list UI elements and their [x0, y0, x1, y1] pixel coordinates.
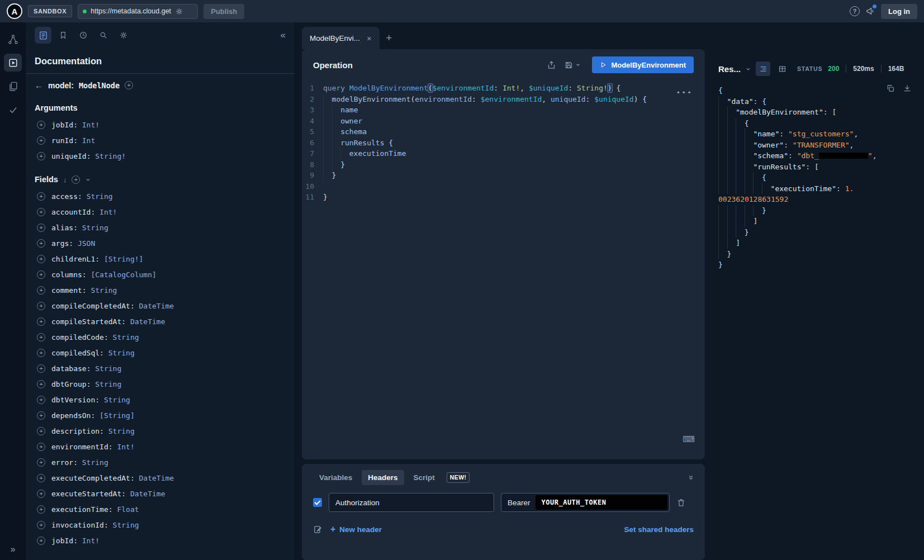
search-icon[interactable]	[95, 27, 112, 44]
doc-field-row[interactable]: +compileStartedAt: DateTime	[26, 314, 295, 329]
doc-field-row[interactable]: +jobId: Int!	[26, 533, 295, 548]
delete-header-icon[interactable]	[676, 498, 686, 507]
add-to-query-icon[interactable]: +	[37, 474, 45, 482]
add-to-query-icon[interactable]: +	[37, 317, 45, 326]
schema-graph-icon[interactable]	[4, 30, 22, 48]
editor-more-options-icon[interactable]: •••	[676, 87, 693, 98]
add-to-query-icon[interactable]: +	[37, 302, 45, 310]
doc-field-row[interactable]: +environmentId: Int!	[26, 439, 295, 454]
add-to-query-icon[interactable]: +	[37, 443, 45, 451]
add-all-fields-icon[interactable]: +	[72, 175, 80, 184]
response-dropdown-chevron-icon[interactable]	[745, 66, 751, 72]
add-to-query-icon[interactable]: +	[37, 255, 45, 263]
doc-field-row[interactable]: +compileCompletedAt: DateTime	[26, 298, 295, 314]
add-to-query-icon[interactable]: +	[37, 208, 45, 216]
table-view-icon[interactable]	[775, 61, 789, 76]
add-to-query-icon[interactable]: +	[37, 349, 45, 357]
doc-field-row[interactable]: +jobId: Int!	[26, 117, 295, 132]
run-operation-button[interactable]: ModelByEnvironment	[592, 56, 694, 73]
sort-fields-icon[interactable]: ↓	[63, 175, 67, 184]
environment-variables-icon[interactable]	[313, 525, 323, 534]
add-to-query-icon[interactable]: +	[37, 380, 45, 388]
add-to-query-icon[interactable]: +	[37, 333, 45, 341]
doc-field-row[interactable]: +invocationId: String	[26, 517, 295, 533]
apollo-logo[interactable]: A	[7, 3, 22, 19]
documentation-tab-icon[interactable]	[35, 27, 51, 44]
doc-field-row[interactable]: +database: String	[26, 360, 295, 376]
doc-field-row[interactable]: +executeStartedAt: DateTime	[26, 486, 295, 501]
login-button[interactable]: Log in	[881, 4, 917, 19]
operation-tab[interactable]: ModelByEnvi... ×	[302, 27, 380, 49]
save-operation-icon[interactable]	[564, 60, 581, 70]
fields-options-chevron-icon[interactable]	[85, 177, 91, 183]
help-icon[interactable]: ?	[850, 6, 860, 16]
explorer-settings-gear-icon[interactable]	[115, 27, 132, 44]
add-to-query-icon[interactable]: +	[37, 136, 45, 145]
add-to-query-icon[interactable]: +	[37, 411, 45, 420]
doc-field-row[interactable]: +executeCompletedAt: DateTime	[26, 470, 295, 486]
readme-icon[interactable]	[4, 77, 22, 95]
share-operation-icon[interactable]	[547, 60, 556, 70]
doc-field-row[interactable]: +uniqueId: String!	[26, 148, 295, 164]
add-to-query-icon[interactable]: +	[37, 192, 45, 201]
tab-headers[interactable]: Headers	[362, 470, 404, 485]
add-to-query-icon[interactable]: +	[37, 505, 45, 514]
collapse-bottom-panel-icon[interactable]: »	[686, 475, 696, 480]
tab-script[interactable]: Script	[407, 470, 441, 485]
add-to-query-icon[interactable]: +	[37, 239, 45, 248]
add-to-query-icon[interactable]: +	[37, 152, 45, 160]
add-to-query-icon[interactable]: +	[37, 490, 45, 498]
close-tab-icon[interactable]: ×	[367, 34, 372, 43]
endpoint-url-input[interactable]: https://metadata.cloud.get	[78, 4, 198, 19]
doc-field-row[interactable]: +accountId: Int!	[26, 204, 295, 220]
announcements-megaphone-icon[interactable]	[865, 6, 875, 16]
checks-icon[interactable]	[4, 101, 22, 118]
keyboard-shortcuts-icon[interactable]: ⌨	[683, 434, 695, 445]
doc-field-row[interactable]: +dependsOn: [String]	[26, 407, 295, 423]
tree-view-icon[interactable]	[756, 61, 770, 76]
model-type-name[interactable]: ModelNode	[79, 81, 120, 90]
add-to-query-icon[interactable]: +	[37, 286, 45, 295]
saved-operations-bookmark-icon[interactable]	[55, 27, 72, 44]
doc-field-row[interactable]: +comment: String	[26, 282, 295, 298]
doc-field-row[interactable]: +args: JSON	[26, 235, 295, 251]
publish-button[interactable]: Publish	[203, 4, 244, 19]
doc-field-row[interactable]: +alias: String	[26, 220, 295, 235]
doc-field-row[interactable]: +childrenL1: [String!]	[26, 251, 295, 267]
explorer-icon[interactable]	[4, 54, 22, 72]
doc-field-row[interactable]: +columns: [CatalogColumn]	[26, 267, 295, 282]
header-key-input[interactable]: Authorization	[329, 493, 494, 512]
doc-field-row[interactable]: +runId: Int	[26, 132, 295, 148]
add-to-query-icon[interactable]: +	[37, 521, 45, 529]
add-model-icon[interactable]: +	[125, 81, 133, 89]
back-arrow-icon[interactable]: ←	[35, 80, 43, 90]
doc-field-row[interactable]: +dbtGroup: String	[26, 376, 295, 392]
add-to-query-icon[interactable]: +	[37, 270, 45, 279]
doc-field-row[interactable]: +compiledCode: String	[26, 329, 295, 345]
add-to-query-icon[interactable]: +	[37, 224, 45, 232]
tab-variables[interactable]: Variables	[313, 470, 358, 485]
doc-field-row[interactable]: +executionTime: Float	[26, 501, 295, 517]
auth-token-value[interactable]: YOUR_AUTH_TOKEN	[536, 495, 667, 510]
header-enabled-checkbox[interactable]	[313, 498, 322, 507]
operation-editor[interactable]: ••• ⌨ 1query ModelByEnvironment($environ…	[302, 80, 705, 459]
doc-field-row[interactable]: +compiledSql: String	[26, 345, 295, 360]
add-to-query-icon[interactable]: +	[37, 427, 45, 435]
doc-field-row[interactable]: +description: String	[26, 423, 295, 439]
add-to-query-icon[interactable]: +	[37, 121, 45, 129]
set-shared-headers-button[interactable]: Set shared headers	[624, 525, 694, 534]
history-clock-icon[interactable]	[75, 27, 92, 44]
add-to-query-icon[interactable]: +	[37, 458, 45, 467]
doc-field-row[interactable]: +error: String	[26, 454, 295, 470]
endpoint-settings-gear-icon[interactable]	[175, 7, 183, 16]
add-to-query-icon[interactable]: +	[37, 396, 45, 404]
new-tab-icon[interactable]: +	[380, 27, 399, 49]
expand-rail-icon[interactable]: »	[11, 544, 16, 560]
add-to-query-icon[interactable]: +	[37, 537, 45, 545]
new-header-button[interactable]: + New header	[330, 524, 382, 534]
header-value-input[interactable]: Bearer YOUR_AUTH_TOKEN	[501, 493, 670, 512]
doc-field-row[interactable]: +access: String	[26, 188, 295, 204]
collapse-panel-icon[interactable]: «	[281, 30, 286, 41]
doc-field-row[interactable]: +dbtVersion: String	[26, 392, 295, 407]
add-to-query-icon[interactable]: +	[37, 364, 45, 373]
